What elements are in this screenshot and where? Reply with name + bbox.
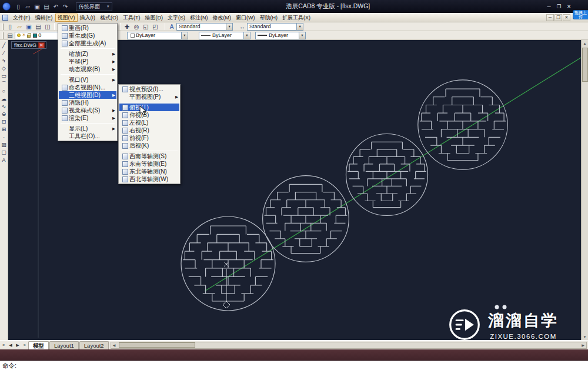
horizontal-scroll-thumb[interactable] xyxy=(119,342,195,348)
menu-item-right-view[interactable]: 右视(R) xyxy=(119,126,179,134)
make-block-icon[interactable]: ⊞ xyxy=(1,126,8,133)
menu-item-3d-views[interactable]: 三维视图(D)▶ xyxy=(59,91,116,99)
revcloud-icon[interactable]: ☁ xyxy=(1,95,8,102)
tab-layout1[interactable]: Layout1 xyxy=(49,341,79,349)
pan-icon[interactable]: ✚ xyxy=(122,23,132,31)
scroll-up-icon[interactable]: ▲ xyxy=(583,40,587,46)
polygon-icon[interactable]: ◇ xyxy=(1,65,8,72)
doc-close-button[interactable]: ✕ xyxy=(563,14,570,21)
menu-window[interactable]: 窗口(W) xyxy=(233,14,258,22)
menu-modify[interactable]: 修改(M) xyxy=(211,14,234,22)
scroll-down-icon[interactable]: ▼ xyxy=(583,334,587,340)
menu-item-back-view[interactable]: 后视(K) xyxy=(119,142,179,149)
chevron-down-icon[interactable]: ▾ xyxy=(296,24,303,30)
command-input[interactable]: 命令: xyxy=(0,361,588,370)
doc-minimize-button[interactable]: ─ xyxy=(546,14,554,21)
color-combo[interactable]: ByLayer ▾ xyxy=(127,32,188,39)
last-tab-icon[interactable]: » xyxy=(21,343,28,347)
menu-view[interactable]: 视图(V) xyxy=(55,14,78,22)
menu-item-viewports[interactable]: 视口(V)▶ xyxy=(59,76,116,84)
menu-item-pan[interactable]: 平移(P)▶ xyxy=(59,58,116,65)
new-file-icon[interactable]: ▯ xyxy=(14,2,23,11)
toolbar-grip[interactable] xyxy=(2,32,4,39)
menu-item-viewpoint-presets[interactable]: 视点预设(I)... xyxy=(119,85,179,93)
plot-icon[interactable]: ▤ xyxy=(34,23,43,31)
mtext-icon[interactable]: A xyxy=(1,156,8,164)
vertical-scroll-thumb[interactable] xyxy=(582,48,588,82)
menu-text[interactable]: 文字(S) xyxy=(165,14,188,22)
arc-icon[interactable]: ⌒ xyxy=(1,80,8,87)
doc-restore-button[interactable]: ❐ xyxy=(554,14,562,21)
menu-express-tools[interactable]: 扩展工具(X) xyxy=(280,14,313,22)
menu-insert[interactable]: 插入(I) xyxy=(78,14,98,22)
layer-manager-icon[interactable]: ▤ xyxy=(5,32,15,39)
menu-dimension[interactable]: 标注(N) xyxy=(188,14,211,22)
spline-icon[interactable]: ∿ xyxy=(1,103,8,110)
menu-item-nw-isometric[interactable]: 西北等轴测(W) xyxy=(119,175,179,183)
prev-tab-icon[interactable]: ◀ xyxy=(7,343,14,348)
scroll-left-icon[interactable]: ◀ xyxy=(111,343,118,347)
menu-help[interactable]: 帮助(H) xyxy=(258,14,280,22)
chevron-down-icon[interactable]: ▾ xyxy=(299,32,305,39)
document-close-icon[interactable]: ✕ xyxy=(38,42,45,48)
menu-item-se-isometric[interactable]: 东南等轴测(E) xyxy=(119,160,179,168)
menu-edit[interactable]: 编辑(E) xyxy=(33,14,55,22)
restore-button[interactable]: ❐ xyxy=(554,2,564,11)
menu-item-redraw[interactable]: 重画(R) xyxy=(59,24,116,32)
scroll-right-icon[interactable]: ▶ xyxy=(580,343,586,347)
menu-item-ne-isometric[interactable]: 东北等轴测(N) xyxy=(119,168,179,175)
zoom-realtime-icon[interactable]: ◎ xyxy=(132,23,141,31)
undo-icon[interactable]: ↶ xyxy=(51,2,61,11)
new-file-icon[interactable]: ▯ xyxy=(5,23,15,31)
menu-item-bottom-view[interactable]: 仰视(B) xyxy=(119,111,179,119)
circle-icon[interactable]: ○ xyxy=(1,88,8,95)
menu-draw[interactable]: 绘图(D) xyxy=(143,14,166,22)
text-style-combo[interactable]: Standard ▾ xyxy=(176,23,233,31)
menu-item-plan-view[interactable]: 平面视图(P)▶ xyxy=(119,93,179,101)
region-icon[interactable]: ▢ xyxy=(1,149,8,156)
save-icon[interactable]: ▣ xyxy=(24,23,34,31)
next-tab-icon[interactable]: ▶ xyxy=(14,343,21,348)
ui-mode-combo[interactable]: 传统界面 ▾ xyxy=(76,2,112,11)
drag-upload-button[interactable]: 拖拽上传 xyxy=(573,10,588,19)
text-style-icon[interactable]: A xyxy=(167,23,176,31)
menu-item-hide[interactable]: 消隐(H) xyxy=(59,99,116,106)
menu-tools[interactable]: 工具(T) xyxy=(121,14,143,22)
chevron-down-icon[interactable]: ▾ xyxy=(243,32,250,39)
menu-item-regen[interactable]: 重生成(G) xyxy=(59,32,116,39)
rectangle-icon[interactable]: ▭ xyxy=(1,72,8,79)
line-icon[interactable]: ╱ xyxy=(1,42,8,49)
menu-item-orbit[interactable]: 动态观察(B)▶ xyxy=(59,65,116,73)
toolbar-grip[interactable] xyxy=(2,24,4,30)
menu-format[interactable]: 格式(O) xyxy=(98,14,121,22)
save-file-icon[interactable]: ▣ xyxy=(32,2,42,11)
menu-item-zoom[interactable]: 缩放(Z)▶ xyxy=(59,50,116,58)
zoom-window-icon[interactable]: ◱ xyxy=(141,23,151,31)
insert-block-icon[interactable]: ⊡ xyxy=(1,118,8,125)
layer-lock-icon[interactable] xyxy=(27,35,31,38)
dim-style-combo[interactable]: Standard ▾ xyxy=(247,23,303,31)
first-tab-icon[interactable]: « xyxy=(0,343,7,347)
layer-on-icon[interactable] xyxy=(17,34,21,37)
ellipse-icon[interactable]: ⊖ xyxy=(1,111,8,118)
chevron-down-icon[interactable]: ▾ xyxy=(226,24,232,30)
point-icon[interactable]: ∙ xyxy=(1,134,8,141)
open-folder-icon[interactable]: ▱ xyxy=(15,23,24,31)
menu-item-toolbars[interactable]: 工具栏(O)... xyxy=(59,132,116,140)
redo-icon[interactable]: ↷ xyxy=(61,2,70,11)
close-button[interactable]: ✕ xyxy=(564,2,574,11)
menu-item-regen-all[interactable]: 全部重生成(A) xyxy=(59,39,116,47)
plot-icon[interactable]: ▤ xyxy=(42,2,51,11)
layer-thaw-icon[interactable]: ☀ xyxy=(22,33,26,38)
menu-item-visual-styles[interactable]: 视觉样式(S)▶ xyxy=(59,106,116,114)
linetype-combo[interactable]: ByLayer ▾ xyxy=(199,32,250,39)
lineweight-combo[interactable]: ByLayer ▾ xyxy=(255,32,306,39)
menu-item-left-view[interactable]: 左视(L) xyxy=(119,119,179,126)
chevron-down-icon[interactable]: ▾ xyxy=(181,32,188,39)
construction-line-icon[interactable]: ∕ xyxy=(1,49,8,56)
app-logo-icon[interactable] xyxy=(2,2,11,11)
plot-preview-icon[interactable]: ◫ xyxy=(43,23,52,31)
menu-item-sw-isometric[interactable]: 西南等轴测(S) xyxy=(119,152,179,160)
dim-style-icon[interactable]: ↔ xyxy=(238,23,247,31)
open-file-icon[interactable]: ▱ xyxy=(23,2,32,11)
